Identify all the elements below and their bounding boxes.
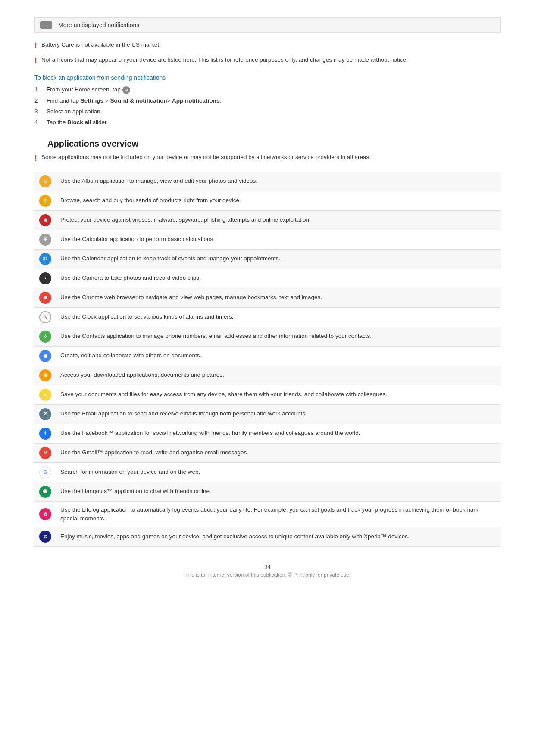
app-icon-cell-amazon: ⊡ bbox=[34, 191, 56, 210]
note-battery-care: ! Battery Care is not available in the U… bbox=[34, 41, 501, 51]
app-icon-contacts: ⊹ bbox=[39, 331, 51, 343]
app-row-lifelog: ✿Use the Lifelog application to automati… bbox=[34, 501, 501, 527]
app-icon-camera: ⦁ bbox=[39, 272, 51, 284]
app-icon-cell-email: ✉ bbox=[34, 404, 56, 424]
app-row-docs: ▣Create, edit and collaborate with other… bbox=[34, 346, 501, 366]
app-icon-hangouts: 💬 bbox=[39, 486, 51, 498]
app-icon-cell-contacts: ⊹ bbox=[34, 327, 56, 346]
app-desc-amazon: Browse, search and buy thousands of prod… bbox=[56, 191, 501, 210]
app-icon-cell-calendar: 31 bbox=[34, 249, 56, 269]
note-icons: ! Not all icons that may appear on your … bbox=[34, 56, 501, 66]
app-row-avast: ⊛Protect your device against viruses, ma… bbox=[34, 210, 501, 230]
app-desc-xperia: Enjoy music, movies, apps and games on y… bbox=[56, 527, 501, 547]
app-icon-docs: ▣ bbox=[39, 350, 51, 362]
app-icon-download: ⊛ bbox=[39, 369, 51, 381]
app-icon-cell-album: ⊙ bbox=[34, 172, 56, 191]
section-link-block-notifications[interactable]: To block an application from sending not… bbox=[34, 74, 501, 81]
app-desc-lifelog: Use the Lifelog application to automatic… bbox=[56, 501, 501, 527]
app-desc-contacts: Use the Contacts application to manage p… bbox=[56, 327, 501, 346]
app-desc-google: Search for information on your device an… bbox=[56, 462, 501, 482]
app-icon-cell-docs: ▣ bbox=[34, 346, 56, 366]
app-icon-amazon: ⊡ bbox=[39, 195, 51, 207]
more-notifications-icon: ··· bbox=[40, 21, 52, 29]
apps-note-text: Some applications may not be included on… bbox=[41, 153, 371, 162]
app-icon-cell-gmail: M bbox=[34, 443, 56, 462]
app-row-chrome: ⊕Use the Chrome web browser to navigate … bbox=[34, 288, 501, 307]
app-icon-calc: ⊞ bbox=[39, 234, 51, 246]
app-icon-email: ✉ bbox=[39, 408, 51, 420]
app-desc-hangouts: Use the Hangouts™ application to chat wi… bbox=[56, 482, 501, 501]
app-row-calendar: 31Use the Calendar application to keep t… bbox=[34, 249, 501, 269]
app-icon-calendar: 31 bbox=[39, 253, 51, 265]
app-icon-avast: ⊛ bbox=[39, 214, 51, 226]
app-row-amazon: ⊡Browse, search and buy thousands of pro… bbox=[34, 191, 501, 210]
app-icon-lifelog: ✿ bbox=[39, 508, 51, 520]
app-desc-calc: Use the Calculator application to perfor… bbox=[56, 230, 501, 249]
app-desc-camera: Use the Camera to take photos and record… bbox=[56, 269, 501, 288]
app-row-camera: ⦁Use the Camera to take photos and recor… bbox=[34, 269, 501, 288]
note-icons-text: Not all icons that may appear on your de… bbox=[41, 56, 408, 64]
step-3: 3 Select an application. bbox=[34, 107, 501, 116]
app-desc-facebook: Use the Facebook™ application for social… bbox=[56, 424, 501, 443]
app-row-google: GSearch for information on your device a… bbox=[34, 462, 501, 482]
app-icon-cell-facebook: f bbox=[34, 424, 56, 443]
app-row-contacts: ⊹Use the Contacts application to manage … bbox=[34, 327, 501, 346]
app-icon-album: ⊙ bbox=[39, 175, 51, 187]
app-row-email: ✉Use the Email application to send and r… bbox=[34, 404, 501, 424]
note-battery-text: Battery Care is not available in the US … bbox=[41, 41, 161, 49]
notification-row: ··· More undisplayed notifications bbox=[34, 17, 501, 33]
app-icon-cell-camera: ⦁ bbox=[34, 269, 56, 288]
app-icon-chrome: ⊕ bbox=[39, 292, 51, 304]
app-icon-cell-lifelog: ✿ bbox=[34, 501, 56, 527]
apps-note: ! Some applications may not be included … bbox=[34, 153, 501, 164]
app-row-xperia: ⊙Enjoy music, movies, apps and games on … bbox=[34, 527, 501, 547]
step-1: 1 From your Home screen, tap ⊞. bbox=[34, 85, 501, 94]
exclaim-icon-1: ! bbox=[34, 41, 37, 51]
app-icon-drive: ▲ bbox=[39, 389, 51, 401]
app-row-download: ⊛Access your downloaded applications, do… bbox=[34, 366, 501, 385]
app-row-hangouts: 💬Use the Hangouts™ application to chat w… bbox=[34, 482, 501, 501]
app-row-calc: ⊞Use the Calculator application to perfo… bbox=[34, 230, 501, 249]
app-row-gmail: MUse the Gmail™ application to read, wri… bbox=[34, 443, 501, 462]
app-desc-chrome: Use the Chrome web browser to navigate a… bbox=[56, 288, 501, 307]
copyright-text: This is an Internet version of this publ… bbox=[34, 572, 501, 578]
app-icon-cell-chrome: ⊕ bbox=[34, 288, 56, 307]
app-desc-download: Access your downloaded applications, doc… bbox=[56, 366, 501, 385]
app-desc-avast: Protect your device against viruses, mal… bbox=[56, 210, 501, 230]
app-desc-gmail: Use the Gmail™ application to read, writ… bbox=[56, 443, 501, 462]
notification-row-text: More undisplayed notifications bbox=[58, 22, 139, 28]
step-4: 4 Tap the Block all slider. bbox=[34, 118, 501, 127]
app-icon-cell-drive: ▲ bbox=[34, 385, 56, 404]
page-number: 34 bbox=[34, 564, 501, 570]
applications-overview-title: Applications overview bbox=[47, 139, 501, 149]
app-desc-email: Use the Email application to send and re… bbox=[56, 404, 501, 424]
app-icon-facebook: f bbox=[39, 428, 51, 440]
app-icon-clock: ◷ bbox=[39, 311, 51, 323]
app-icon-cell-hangouts: 💬 bbox=[34, 482, 56, 501]
app-desc-album: Use the Album application to manage, vie… bbox=[56, 172, 501, 191]
app-row-album: ⊙Use the Album application to manage, vi… bbox=[34, 172, 501, 191]
app-row-facebook: fUse the Facebook™ application for socia… bbox=[34, 424, 501, 443]
exclaim-icon-apps: ! bbox=[34, 153, 37, 164]
app-icon-cell-download: ⊛ bbox=[34, 366, 56, 385]
exclaim-icon-2: ! bbox=[34, 56, 37, 66]
app-desc-calendar: Use the Calendar application to keep tra… bbox=[56, 249, 501, 269]
app-icon-cell-avast: ⊛ bbox=[34, 210, 56, 230]
applications-table: ⊙Use the Album application to manage, vi… bbox=[34, 172, 501, 547]
app-icon-cell-clock: ◷ bbox=[34, 307, 56, 327]
app-desc-docs: Create, edit and collaborate with others… bbox=[56, 346, 501, 366]
app-icon-cell-google: G bbox=[34, 462, 56, 482]
app-icon-cell-xperia: ⊙ bbox=[34, 527, 56, 547]
page-footer: 34 This is an Internet version of this p… bbox=[34, 564, 501, 578]
app-row-drive: ▲Save your documents and files for easy … bbox=[34, 385, 501, 404]
app-icon-xperia: ⊙ bbox=[39, 531, 51, 543]
app-desc-clock: Use the Clock application to set various… bbox=[56, 307, 501, 327]
app-icon-google: G bbox=[39, 466, 51, 478]
app-row-clock: ◷Use the Clock application to set variou… bbox=[34, 307, 501, 327]
app-icon-cell-calc: ⊞ bbox=[34, 230, 56, 249]
step-2: 2 Find and tap Settings > Sound & notifi… bbox=[34, 97, 501, 105]
app-desc-drive: Save your documents and files for easy a… bbox=[56, 385, 501, 404]
app-icon-gmail: M bbox=[39, 447, 51, 459]
home-screen-icon: ⊞ bbox=[122, 86, 130, 94]
steps-list: 1 From your Home screen, tap ⊞. 2 Find a… bbox=[34, 85, 501, 127]
